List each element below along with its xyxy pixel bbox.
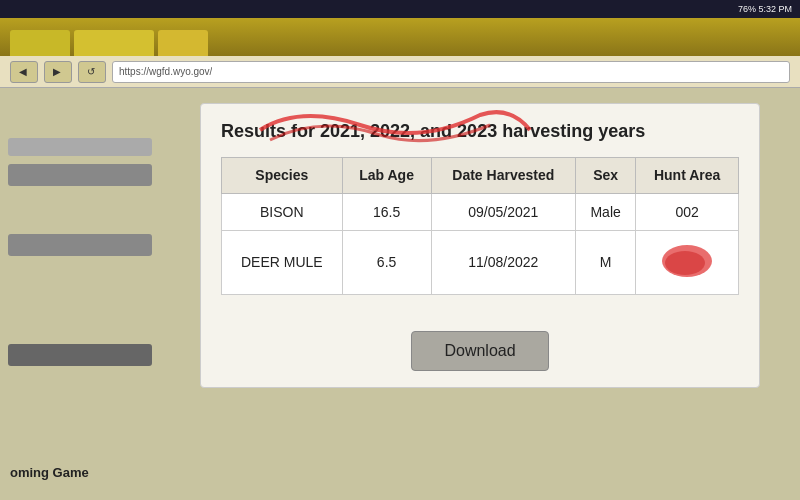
results-card: Results for 2021, 2022, and 2023 harvest… bbox=[200, 103, 760, 388]
main-content: Results for 2021, 2022, and 2023 harvest… bbox=[0, 88, 800, 500]
header-tab-2[interactable] bbox=[74, 30, 154, 56]
results-title: Results for 2021, 2022, and 2023 harvest… bbox=[221, 120, 739, 143]
status-bar-text: 76% 5:32 PM bbox=[738, 4, 792, 14]
nav-back-button[interactable]: ◀ bbox=[10, 61, 38, 83]
cell-lab-age-0: 16.5 bbox=[342, 193, 431, 230]
cell-sex-0: Male bbox=[575, 193, 635, 230]
nav-bar: ◀ ▶ ↺ https://wgfd.wyo.gov/ bbox=[0, 56, 800, 88]
scribble-annotation bbox=[657, 241, 717, 281]
download-button[interactable]: Download bbox=[411, 331, 548, 371]
col-hunt-area: Hunt Area bbox=[636, 158, 739, 193]
cell-hunt-area-1 bbox=[636, 230, 739, 294]
table-row: BISON 16.5 09/05/2021 Male 002 bbox=[222, 193, 739, 230]
header-tabs bbox=[10, 18, 208, 56]
sidebar-item-1 bbox=[8, 138, 152, 156]
col-date-harvested: Date Harvested bbox=[431, 158, 575, 193]
cell-hunt-area-0: 002 bbox=[636, 193, 739, 230]
header-tab-1[interactable] bbox=[10, 30, 70, 56]
table-header-row: Species Lab Age Date Harvested Sex Hunt … bbox=[222, 158, 739, 193]
data-table: Species Lab Age Date Harvested Sex Hunt … bbox=[221, 157, 739, 294]
main-panel: Results for 2021, 2022, and 2023 harvest… bbox=[160, 88, 800, 500]
nav-refresh-button[interactable]: ↺ bbox=[78, 61, 106, 83]
sidebar-item-2 bbox=[8, 164, 152, 186]
nav-forward-button[interactable]: ▶ bbox=[44, 61, 72, 83]
status-bar: 76% 5:32 PM bbox=[0, 0, 800, 18]
sidebar-item-3 bbox=[8, 234, 152, 256]
cell-lab-age-1: 6.5 bbox=[342, 230, 431, 294]
col-lab-age: Lab Age bbox=[342, 158, 431, 193]
sidebar-item-4 bbox=[8, 344, 152, 366]
cell-sex-1: M bbox=[575, 230, 635, 294]
cell-date-1: 11/08/2022 bbox=[431, 230, 575, 294]
cell-species-0: BISON bbox=[222, 193, 343, 230]
header-tab-3[interactable] bbox=[158, 30, 208, 56]
svg-point-1 bbox=[665, 251, 705, 275]
address-bar[interactable]: https://wgfd.wyo.gov/ bbox=[112, 61, 790, 83]
app-header bbox=[0, 18, 800, 56]
col-species: Species bbox=[222, 158, 343, 193]
table-row: DEER MULE 6.5 11/08/2022 M bbox=[222, 230, 739, 294]
cell-species-1: DEER MULE bbox=[222, 230, 343, 294]
cell-date-0: 09/05/2021 bbox=[431, 193, 575, 230]
sidebar bbox=[0, 88, 160, 500]
sidebar-bottom-label: oming Game bbox=[10, 465, 89, 480]
url-text: https://wgfd.wyo.gov/ bbox=[119, 66, 212, 77]
col-sex: Sex bbox=[575, 158, 635, 193]
